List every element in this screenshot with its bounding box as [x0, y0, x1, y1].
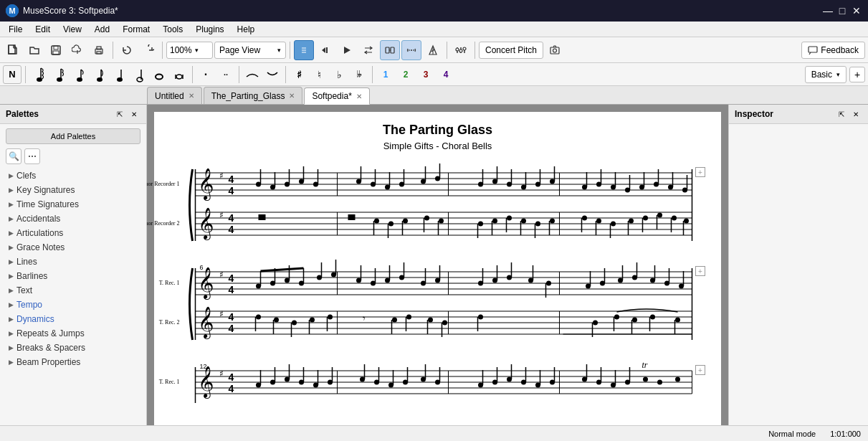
double-flat-button[interactable]: 𝄫	[350, 65, 368, 84]
duration-half[interactable]	[130, 65, 148, 84]
palette-item-dynamics[interactable]: ▶ Dynamics	[0, 312, 146, 326]
loop-toggle[interactable]	[294, 40, 314, 60]
add-palettes-button[interactable]: Add Palettes	[6, 128, 140, 144]
grace-notes-label: Grace Notes	[16, 242, 65, 252]
menu-help[interactable]: Help	[232, 23, 261, 36]
voice-2-button[interactable]: 2	[396, 65, 415, 84]
duration-8th[interactable]	[90, 65, 108, 84]
palette-item-beam-properties[interactable]: ▶ Beam Properties	[0, 355, 146, 369]
clefs-label: Clefs	[16, 171, 36, 181]
palette-item-repeats-jumps[interactable]: ▶ Repeats & Jumps	[0, 326, 146, 341]
feedback-button[interactable]: Feedback	[801, 42, 865, 59]
view-mode-select[interactable]: Page View ▾	[214, 42, 286, 59]
duration-double-whole[interactable]	[170, 65, 189, 84]
play-button[interactable]	[337, 40, 357, 60]
svg-point-271	[593, 321, 598, 326]
palette-item-grace-notes[interactable]: ▶ Grace Notes	[0, 240, 146, 255]
loop2-button[interactable]	[358, 40, 378, 60]
menu-file[interactable]: File	[3, 23, 28, 36]
svg-text:4: 4	[229, 311, 234, 323]
undo-button[interactable]	[117, 40, 137, 60]
duration-quarter[interactable]	[110, 65, 128, 84]
key-sig-arrow: ▶	[9, 186, 14, 194]
svg-text:♯: ♯	[219, 309, 224, 319]
stereo-button[interactable]	[401, 40, 421, 60]
tab-untitled[interactable]: Untitled ✕	[147, 87, 202, 104]
palette-item-barlines[interactable]: ▶ Barlines	[0, 269, 146, 283]
redo-button[interactable]	[138, 40, 158, 60]
dot-button[interactable]: ·	[196, 65, 215, 84]
palette-item-text[interactable]: ▶ Text	[0, 283, 146, 298]
save-button[interactable]	[46, 40, 66, 60]
system-1-add-icon[interactable]: +	[695, 167, 705, 177]
palette-item-articulations[interactable]: ▶ Articulations	[0, 226, 146, 240]
palette-item-breaks-spacers[interactable]: ▶ Breaks & Spacers	[0, 341, 146, 355]
duration-whole[interactable]	[150, 65, 168, 84]
svg-text:M: M	[9, 6, 15, 15]
maximize-btn[interactable]: □	[836, 5, 848, 16]
minimize-btn[interactable]: —	[822, 5, 834, 16]
beam-arrow: ▶	[9, 359, 14, 366]
voice-3-button[interactable]: 3	[416, 65, 435, 84]
duration-16th[interactable]	[70, 65, 88, 84]
mixer-button[interactable]	[451, 40, 471, 60]
svg-point-275	[632, 318, 637, 323]
svg-point-36	[57, 77, 62, 82]
palette-item-clefs[interactable]: ▶ Clefs	[0, 169, 146, 183]
rewind-button[interactable]	[315, 40, 335, 60]
screenshot-button[interactable]	[545, 40, 565, 60]
flat-button[interactable]: ♭	[330, 65, 348, 84]
concert-pitch-button[interactable]: Concert Pitch	[479, 42, 543, 59]
add-palettes-label: Add Palettes	[51, 132, 95, 141]
palette-item-accidentals[interactable]: ▶ Accidentals	[0, 212, 146, 226]
inspector-close-btn[interactable]: ✕	[849, 108, 862, 120]
print-button[interactable]	[89, 40, 109, 60]
natural-button[interactable]: ♮	[310, 65, 328, 84]
palette-more-button[interactable]: ⋯	[24, 148, 40, 164]
menu-view[interactable]: View	[57, 23, 87, 36]
system-2: + 6 𝄞 ♯	[168, 265, 707, 346]
system-2-add-icon[interactable]: +	[695, 266, 705, 276]
double-dot-button[interactable]: ··	[216, 65, 235, 84]
style-dropdown[interactable]: Basic ▾	[805, 66, 846, 83]
menu-tools[interactable]: Tools	[157, 23, 189, 36]
menu-format[interactable]: Format	[117, 23, 156, 36]
system-3-add-icon[interactable]: +	[695, 365, 705, 375]
tab-parting-glass[interactable]: The_Parting_Glass ✕	[204, 87, 303, 104]
cloud-save-button[interactable]	[67, 40, 87, 60]
inspector-expand-btn[interactable]: ⇱	[835, 108, 848, 120]
duration-64th[interactable]	[29, 65, 48, 84]
note-sep-2	[192, 66, 193, 83]
sharp-button[interactable]: ♯	[290, 65, 308, 84]
tab-untitled-close[interactable]: ✕	[189, 92, 194, 100]
open-file-button[interactable]	[24, 40, 44, 60]
slur-button[interactable]	[243, 65, 262, 84]
tie-button[interactable]	[263, 65, 282, 84]
new-file-button[interactable]	[3, 40, 23, 60]
palette-close-btn[interactable]: ✕	[128, 108, 140, 120]
mono-button[interactable]	[380, 40, 400, 60]
svg-point-19	[411, 49, 412, 51]
metronome-button[interactable]	[423, 40, 443, 60]
note-input-toggle[interactable]: N	[3, 65, 22, 84]
palette-expand-btn[interactable]: ⇱	[113, 108, 126, 120]
palette-item-time-signatures[interactable]: ▶ Time Signatures	[0, 197, 146, 212]
voice-1-button[interactable]: 1	[376, 65, 395, 84]
tab-parting-glass-close[interactable]: ✕	[289, 92, 295, 100]
zoom-select[interactable]: 100% ▾	[166, 42, 213, 59]
tab-softpedia[interactable]: Softpedia* ✕	[304, 87, 369, 105]
menu-plugins[interactable]: Plugins	[190, 23, 229, 36]
menu-add[interactable]: Add	[89, 23, 115, 36]
add-style-button[interactable]: +	[849, 67, 865, 82]
close-btn[interactable]: ✕	[851, 5, 862, 16]
svg-text:𝄞: 𝄞	[198, 267, 214, 300]
palette-item-tempo[interactable]: ▶ Tempo	[0, 298, 146, 312]
menu-edit[interactable]: Edit	[29, 23, 56, 36]
palette-item-lines[interactable]: ▶ Lines	[0, 255, 146, 269]
voice-4-button[interactable]: 4	[437, 65, 455, 84]
score-canvas[interactable]: The Parting Glass Simple Gifts - Choral …	[147, 105, 728, 425]
palette-item-key-signatures[interactable]: ▶ Key Signatures	[0, 183, 146, 197]
palette-search-button[interactable]: 🔍	[6, 148, 22, 164]
tab-softpedia-close[interactable]: ✕	[356, 93, 362, 100]
duration-32nd[interactable]	[49, 65, 68, 84]
